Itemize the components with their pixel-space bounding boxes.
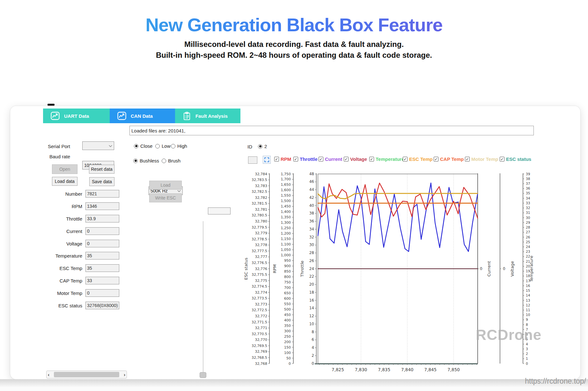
radio-dot (171, 144, 175, 148)
axis-tick-label: 32,776.5 (252, 261, 267, 265)
checkbox-icon[interactable]: ✓ (344, 157, 349, 162)
checkbox-icon[interactable]: ✓ (293, 157, 298, 162)
open-button[interactable]: Open (52, 164, 77, 174)
axis-tick-label: 50 (286, 356, 291, 360)
field-input-voltage[interactable]: 0 (85, 240, 119, 247)
field-input-rpm[interactable]: 1346 (85, 202, 119, 210)
axis-tick-label: 32,780 (255, 219, 268, 223)
radio-dot (258, 144, 262, 149)
axis-tick-label: 44 (309, 187, 314, 192)
write-esc-button[interactable]: Write ESC (149, 193, 182, 202)
legend-throttle[interactable]: ✓Throttle (293, 156, 318, 162)
field-label-cap-temp: CAP Temp (38, 278, 82, 283)
vertical-slider-track[interactable] (203, 221, 203, 374)
chevron-down-icon (109, 144, 112, 147)
legend-current[interactable]: ✓Current (319, 156, 342, 162)
axis-tick-label: 14 (309, 306, 314, 310)
checkbox-icon[interactable]: ✓ (369, 157, 374, 162)
scrollbar-thumb[interactable] (54, 372, 119, 377)
page-title: New Generation Black Box Feature (0, 14, 588, 35)
axis-tick-label: 32,780.5 (252, 213, 267, 217)
chart-line-icon (51, 112, 60, 120)
field-input-esc-temp[interactable]: 35 (85, 264, 119, 272)
legend-rpm[interactable]: ✓RPM (274, 156, 291, 162)
field-input-throttle[interactable]: 33.9 (85, 215, 119, 222)
legend-label: Voltage (350, 156, 367, 162)
serial-port-label: Serial Port (38, 144, 70, 149)
bottom-shadow-band (0, 379, 588, 391)
axis-tick-label: 32,777 (255, 255, 268, 259)
telemetry-chart[interactable]: 32,78432,783.532,78332,782.532,78232,781… (238, 170, 539, 379)
axis-tick-label: 200 (284, 340, 291, 344)
legend-label: ESC Temp (409, 156, 433, 162)
tab-uart-data[interactable]: UART Data (43, 109, 110, 123)
reset-data-button[interactable]: Reset data (89, 165, 114, 174)
id-radio-2[interactable]: 2 (258, 144, 267, 149)
id-label: ID (247, 144, 252, 149)
tab-can-data[interactable]: CAN Data (110, 109, 175, 123)
radio-high[interactable]: High (171, 143, 187, 149)
serial-port-select[interactable] (82, 141, 114, 150)
radio-brush[interactable]: Brush (162, 158, 180, 163)
checkbox-icon[interactable]: ✓ (500, 157, 504, 162)
field-input-temperature[interactable]: 35 (85, 252, 119, 259)
axis-tick-label: 27 (526, 230, 530, 234)
scroll-left-icon[interactable]: ‹ (48, 372, 49, 377)
legend-esc-temp[interactable]: ✓ESC Temp (403, 156, 433, 162)
axis-tick-label: 25 (526, 240, 530, 244)
axis-tick-label: 36 (309, 219, 314, 223)
scroll-right-icon[interactable]: › (124, 372, 125, 377)
legend-temperature[interactable]: ✓Temperature (369, 156, 404, 162)
checkbox-icon[interactable]: ✓ (274, 157, 279, 162)
blank-toggle-box[interactable] (248, 156, 257, 164)
axis-tick-label: 0 (503, 267, 505, 271)
checkbox-icon[interactable]: ✓ (319, 157, 323, 162)
field-input-esc-status[interactable]: 32768(0X8000) (85, 302, 119, 309)
radio-label: Close (140, 143, 152, 149)
load-button[interactable]: Load (149, 181, 182, 190)
radio-dot (133, 159, 138, 163)
field-input-number[interactable]: 7821 (85, 190, 119, 198)
axis-tick-label: 32,784 (255, 172, 268, 176)
legend-voltage[interactable]: ✓Voltage (344, 156, 367, 162)
axis-tick-label: 29 (526, 221, 530, 224)
axis-tick-label: 32,778 (255, 243, 268, 247)
radio-bushless[interactable]: Bushless (133, 158, 159, 163)
loaded-files-textbox[interactable]: Loaded files are: 201041, (129, 126, 534, 135)
vertical-slider-thumb[interactable] (200, 372, 206, 378)
legend-label: RPM (281, 156, 291, 162)
radio-low[interactable]: Low (155, 143, 171, 149)
axis-tick-label: 8 (526, 323, 528, 327)
legend-esc-status[interactable]: ✓ESC status (500, 156, 531, 162)
axis-tick-label: 800 (284, 275, 291, 279)
axis-tick-label: 32,769 (255, 350, 268, 354)
legend-cap-temp[interactable]: ✓CAP Temp (434, 156, 464, 162)
save-data-button[interactable]: Save data (89, 177, 114, 186)
axis-title-temperature: Temperature (529, 256, 534, 282)
field-input-cap-temp[interactable]: 33 (85, 277, 119, 284)
page-subtitle-2: Built-in high-speed ROM. 2~48 hours of o… (0, 51, 588, 60)
axis-tick-label: 0 (526, 362, 528, 365)
field-label-temperature: Temperature (38, 253, 82, 259)
mini-input[interactable] (208, 207, 231, 214)
fullscreen-button[interactable] (263, 156, 271, 164)
legend-label: Current (325, 156, 342, 162)
axis-tick-label: 32,773.5 (252, 296, 267, 300)
field-label-rpm: RPM (38, 204, 82, 209)
field-input-motor-temp[interactable]: 0 (85, 289, 119, 297)
checkbox-icon[interactable]: ✓ (434, 157, 438, 162)
field-input-current[interactable]: 0 (85, 227, 119, 235)
legend-motor-temp[interactable]: ✓Motor Temp (465, 156, 498, 162)
x-tick-label: 7,825 (332, 367, 344, 372)
checkbox-icon[interactable]: ✓ (465, 157, 470, 162)
axis-tick-label: 36 (526, 186, 530, 190)
radio-close[interactable]: Close (134, 143, 152, 149)
horizontal-scrollbar[interactable]: ‹ › (46, 371, 127, 379)
axis-tick-label: 22 (309, 274, 314, 279)
tab-fault-analysis[interactable]: Fault Analysis (175, 109, 240, 123)
axis-tick-label: 32,768 (255, 362, 268, 366)
checkbox-icon[interactable]: ✓ (403, 157, 408, 162)
axis-tick-label: 1,450 (281, 204, 291, 208)
load-data-button[interactable]: Load data (52, 177, 77, 186)
window-dash-decoration (48, 104, 55, 106)
